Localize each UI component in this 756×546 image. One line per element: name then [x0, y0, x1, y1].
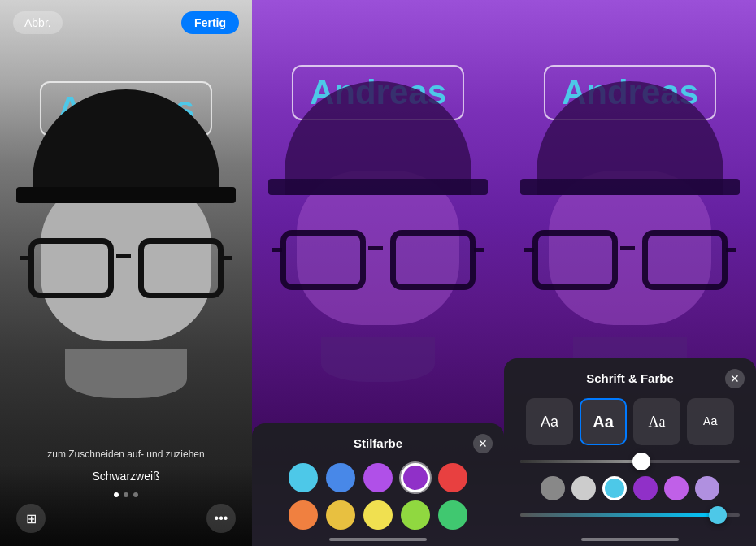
stilfarbe-title: Stilfarbe — [354, 436, 402, 450]
dot-1 — [114, 492, 119, 497]
font-option-light[interactable]: Aa — [526, 398, 573, 445]
schrift-swatch-gray-dark[interactable] — [541, 476, 565, 500]
font-label-mono: Aa — [703, 415, 718, 429]
font-label-light: Aa — [541, 414, 558, 431]
schrift-swatch-violet[interactable] — [664, 476, 689, 500]
slider-1-thumb[interactable] — [632, 453, 650, 470]
glasses-arm-left-p — [272, 248, 282, 252]
hint-text: zum Zuschneiden auf- und zuziehen — [47, 448, 204, 460]
slider-2-fill — [520, 514, 718, 517]
slider-2-track — [520, 514, 740, 517]
beard-shape — [65, 349, 187, 398]
glasses-arm-left-3 — [524, 248, 534, 252]
schrift-close[interactable]: ✕ — [725, 369, 745, 388]
glasses-arm-left — [20, 256, 30, 260]
glasses-area — [20, 232, 232, 305]
hat-brim-p — [268, 179, 488, 195]
glasses-right-p — [390, 230, 476, 290]
home-indicator-2 — [329, 538, 427, 541]
panel-1-bw: Abbr. Fertig Andreas zum Zuschneiden auf… — [0, 0, 252, 546]
glasses-arm-right-p — [474, 248, 484, 252]
swatch-red[interactable] — [438, 463, 467, 492]
schrift-swatch-cyan[interactable] — [602, 476, 627, 500]
slider-2-container — [504, 514, 756, 517]
font-label-serif: Aa — [649, 414, 666, 431]
swatch-blue[interactable] — [326, 463, 355, 492]
schrift-header: Schrift & Farbe ✕ — [504, 371, 756, 385]
panel-3-schrift: Andreas Schrift & Farbe ✕ Aa Aa Aa Aa — [504, 0, 756, 546]
page-dots — [114, 492, 138, 497]
font-option-serif[interactable]: Aa — [633, 398, 680, 445]
swatch-violet[interactable] — [363, 463, 393, 492]
dot-2 — [124, 492, 128, 497]
abbr-button[interactable]: Abbr. — [13, 11, 63, 34]
swatch-green[interactable] — [438, 500, 467, 530]
color-row-2 — [265, 500, 491, 530]
glasses-left-p — [280, 230, 366, 290]
glasses-right-3 — [642, 230, 728, 290]
glasses-left-3 — [532, 230, 618, 290]
glasses-left — [28, 238, 114, 298]
swatch-yellow-orange[interactable] — [326, 500, 355, 530]
glasses-bridge-p — [368, 246, 383, 250]
font-option-bold[interactable]: Aa — [580, 398, 627, 445]
glasses-bridge-3 — [620, 246, 635, 250]
font-options: Aa Aa Aa Aa — [504, 398, 756, 445]
schrift-panel: Schrift & Farbe ✕ Aa Aa Aa Aa — [504, 358, 756, 546]
color-grid — [252, 463, 504, 530]
slider-1-track — [520, 460, 740, 463]
schrift-swatch-purple[interactable] — [633, 476, 658, 500]
filter-label: Schwarzweiß — [92, 470, 159, 483]
gallery-icon[interactable]: ⊞ — [16, 504, 46, 533]
dot-3 — [133, 492, 138, 497]
swatch-yellow[interactable] — [363, 500, 393, 530]
glasses-bridge — [116, 254, 131, 258]
schrift-swatch-lavender[interactable] — [695, 476, 719, 500]
font-option-mono[interactable]: Aa — [687, 398, 734, 445]
stilfarbe-panel: Stilfarbe ✕ — [252, 423, 504, 546]
swatch-orange[interactable] — [289, 500, 318, 530]
glasses-area-3 — [524, 223, 736, 297]
hat-brim-3 — [520, 179, 740, 195]
swatch-cyan[interactable] — [289, 463, 318, 492]
glasses-right — [138, 238, 224, 298]
slider-1-container — [504, 460, 756, 463]
fertig-button[interactable]: Fertig — [181, 11, 239, 34]
stilfarbe-header: Stilfarbe ✕ — [252, 436, 504, 450]
panel-2-purple: Andreas Stilfarbe ✕ — [252, 0, 504, 546]
slider-1-fill — [520, 460, 641, 463]
stilfarbe-close[interactable]: ✕ — [473, 434, 493, 453]
bottom-icons: ⊞ ••• — [0, 504, 252, 533]
glasses-area-p — [272, 223, 484, 297]
swatch-purple[interactable] — [401, 463, 430, 492]
slider-2-thumb[interactable] — [709, 506, 727, 524]
glasses-arm-right-3 — [726, 248, 736, 252]
hat-brim — [16, 187, 236, 203]
more-icon[interactable]: ••• — [206, 504, 236, 533]
font-label-bold: Aa — [593, 413, 614, 431]
top-bar: Abbr. Fertig — [0, 0, 252, 46]
schrift-title: Schrift & Farbe — [586, 371, 674, 385]
bottom-bar-1: zum Zuschneiden auf- und zuziehen Schwar… — [0, 465, 252, 546]
beard-shape-p — [321, 337, 435, 382]
home-indicator-3 — [581, 538, 679, 541]
glasses-arm-right — [222, 256, 232, 260]
color-row-1 — [265, 463, 491, 492]
schrift-color-row — [504, 476, 756, 500]
swatch-lime[interactable] — [401, 500, 430, 530]
schrift-swatch-gray-light[interactable] — [571, 476, 596, 500]
